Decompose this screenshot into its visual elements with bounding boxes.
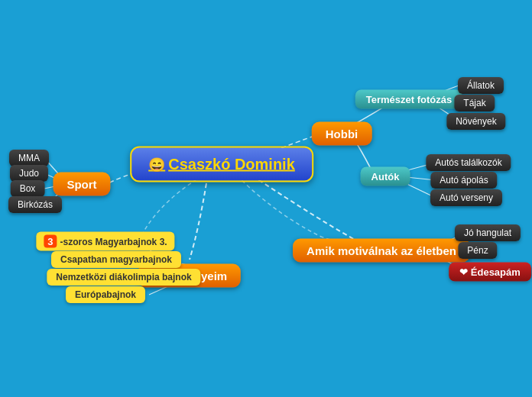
sport-label: Sport (53, 173, 110, 196)
termeszet-label: Természet fotózás (355, 90, 462, 109)
jo-hang-node: Jó hangulat (455, 224, 521, 241)
hobbi-label: Hobbi (312, 122, 372, 146)
sport-node: Sport (53, 173, 110, 196)
amik-label: Amik motiválnak az életben (293, 239, 470, 263)
novények-label: Növények (446, 113, 505, 130)
judo-label: Judo (10, 165, 48, 182)
jo-hang-label: Jó hangulat (455, 224, 521, 241)
csapat-label: Csapatban magyarbajnok (51, 251, 181, 268)
edesapam-label: ❤ Édesapám (449, 263, 531, 282)
mma-label: MMA (9, 150, 49, 166)
autos-tal-label: Autós találkozók (426, 154, 511, 171)
europa-label: Európabajnok (66, 286, 145, 303)
novények-node: Növények (446, 113, 505, 130)
birkozas-node: Birkózás (8, 196, 62, 213)
tajak-node: Tájak (454, 95, 495, 111)
judo-node: Judo (10, 165, 48, 182)
europa-node: Európabajnok (66, 286, 145, 303)
autok-label: Autók (361, 167, 410, 186)
box-label: Box (11, 180, 45, 197)
nemz-node: Nemzetközi diákolimpia bajnok (47, 269, 200, 286)
auto-apo-label: Autó ápolás (430, 172, 497, 189)
box-node: Box (11, 180, 45, 197)
hobbi-node: Hobbi (312, 122, 372, 146)
mma-node: MMA (9, 150, 49, 166)
birkozas-label: Birkózás (8, 196, 62, 213)
num3-label: 3 -szoros Magyarbajnok 3. (36, 232, 174, 251)
main-label: 😄Csaszkó Dominik (130, 147, 313, 182)
autos-tal-node: Autós találkozók (426, 154, 511, 171)
allatok-label: Állatok (458, 77, 504, 94)
tajak-label: Tájak (454, 95, 495, 111)
auto-ver-label: Autó verseny (430, 189, 502, 206)
allatok-node: Állatok (458, 77, 504, 94)
termeszet-node: Természet fotózás (355, 90, 462, 109)
edesapam-node: ❤ Édesapám (449, 263, 531, 282)
auto-ver-node: Autó verseny (430, 189, 502, 206)
auto-apo-node: Autó ápolás (430, 172, 497, 189)
autok-node: Autók (361, 167, 410, 186)
penz-label: Pénz (458, 242, 497, 259)
main-node: 😄Csaszkó Dominik (130, 147, 313, 182)
num3-node: 3 -szoros Magyarbajnok 3. (36, 232, 174, 251)
nemz-label: Nemzetközi diákolimpia bajnok (47, 269, 200, 286)
csapat-node: Csapatban magyarbajnok (51, 251, 181, 268)
amik-node: Amik motiválnak az életben (293, 239, 470, 263)
penz-node: Pénz (458, 242, 497, 259)
